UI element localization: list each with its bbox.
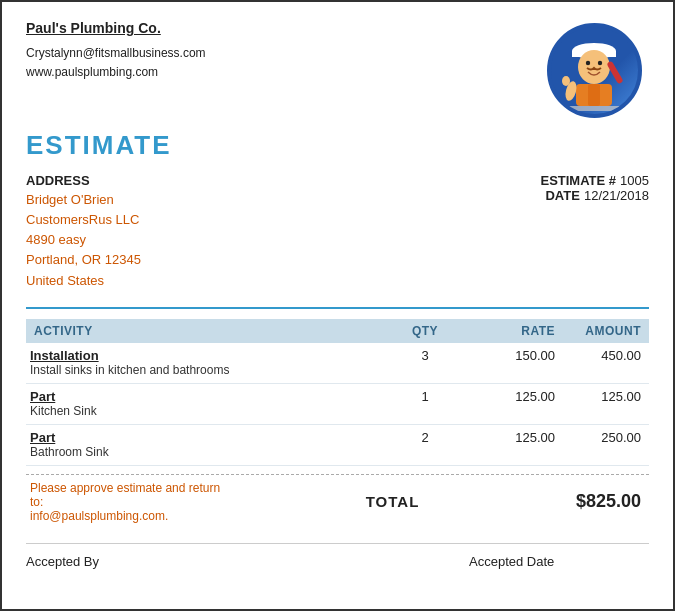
item-1-amount: 450.00 <box>555 348 645 363</box>
svg-point-9 <box>562 76 570 86</box>
estimate-number-line: ESTIMATE # 1005 <box>540 173 649 188</box>
company-logo <box>547 23 642 118</box>
item-2-rate: 125.00 <box>465 389 555 404</box>
col-activity-header: ACTIVITY <box>30 324 385 338</box>
address-country: United States <box>26 271 141 291</box>
svg-rect-6 <box>588 84 600 106</box>
svg-point-3 <box>586 61 590 65</box>
total-note-line1: Please approve estimate and return to: <box>30 481 230 509</box>
estimate-date-label: DATE <box>545 188 579 203</box>
item-3-rate: 125.00 <box>465 430 555 445</box>
table-row: Installation 3 150.00 450.00 Install sin… <box>26 343 649 384</box>
item-2-qty: 1 <box>385 389 465 404</box>
item-3-desc: Bathroom Sink <box>30 445 645 463</box>
estimate-date-value: 12/21/2018 <box>584 188 649 203</box>
address-values: Bridget O'Brien CustomersRus LLC 4890 ea… <box>26 190 141 291</box>
estimate-meta: ESTIMATE # 1005 DATE 12/21/2018 <box>540 173 649 203</box>
invoice-page: Paul's Plumbing Co. Crystalynn@fitsmallb… <box>0 0 675 611</box>
address-name: Bridget O'Brien <box>26 190 141 210</box>
estimate-number-label: ESTIMATE # <box>540 173 616 188</box>
total-row: Please approve estimate and return to: i… <box>26 479 649 525</box>
col-qty-header: QTY <box>385 324 465 338</box>
item-1-qty: 3 <box>385 348 465 363</box>
document-title: ESTIMATE <box>26 130 649 161</box>
col-amount-header: AMOUNT <box>555 324 645 338</box>
address-street: 4890 easy <box>26 230 141 250</box>
company-contact: Crystalynn@fitsmallbusiness.com www.paul… <box>26 44 206 82</box>
company-name: Paul's Plumbing Co. <box>26 20 206 36</box>
table-row: Part 1 125.00 125.00 Kitchen Sink <box>26 384 649 425</box>
address-company: CustomersRus LLC <box>26 210 141 230</box>
item-3-name: Part <box>30 430 385 445</box>
table-row: Part 2 125.00 250.00 Bathroom Sink <box>26 425 649 466</box>
col-rate-header: RATE <box>465 324 555 338</box>
table-body: Installation 3 150.00 450.00 Install sin… <box>26 343 649 466</box>
company-info: Paul's Plumbing Co. Crystalynn@fitsmallb… <box>26 20 206 82</box>
estimate-date-line: DATE 12/21/2018 <box>540 188 649 203</box>
company-email: Crystalynn@fitsmallbusiness.com <box>26 44 206 63</box>
item-2-amount: 125.00 <box>555 389 645 404</box>
plumber-svg <box>554 29 634 111</box>
total-note-line2: info@paulsplumbing.com. <box>30 509 230 523</box>
item-1-rate: 150.00 <box>465 348 555 363</box>
info-row: ADDRESS Bridget O'Brien CustomersRus LLC… <box>26 173 649 291</box>
item-2-name: Part <box>30 389 385 404</box>
accepted-by: Accepted By <box>26 554 206 569</box>
item-1-desc: Install sinks in kitchen and bathrooms <box>30 363 645 381</box>
svg-rect-10 <box>564 106 624 111</box>
accepted-date: Accepted Date <box>469 554 649 569</box>
total-amount: $825.00 <box>555 491 645 512</box>
table-header-row: ACTIVITY QTY RATE AMOUNT <box>26 319 649 343</box>
total-label: TOTAL <box>230 493 555 510</box>
estimate-number-value: 1005 <box>620 173 649 188</box>
header-divider <box>26 307 649 309</box>
total-note: Please approve estimate and return to: i… <box>30 481 230 523</box>
address-city-state: Portland, OR 12345 <box>26 250 141 270</box>
item-3-amount: 250.00 <box>555 430 645 445</box>
item-3-qty: 2 <box>385 430 465 445</box>
address-section: ADDRESS Bridget O'Brien CustomersRus LLC… <box>26 173 141 291</box>
line-items-table: ACTIVITY QTY RATE AMOUNT Installation 3 … <box>26 319 649 466</box>
item-2-desc: Kitchen Sink <box>30 404 645 422</box>
address-label: ADDRESS <box>26 173 141 188</box>
total-divider <box>26 474 649 475</box>
header: Paul's Plumbing Co. Crystalynn@fitsmallb… <box>26 20 649 120</box>
company-website: www.paulsplumbing.com <box>26 63 206 82</box>
footer: Accepted By Accepted Date <box>26 543 649 569</box>
item-1-name: Installation <box>30 348 385 363</box>
svg-point-4 <box>598 61 602 65</box>
logo-area <box>539 20 649 120</box>
